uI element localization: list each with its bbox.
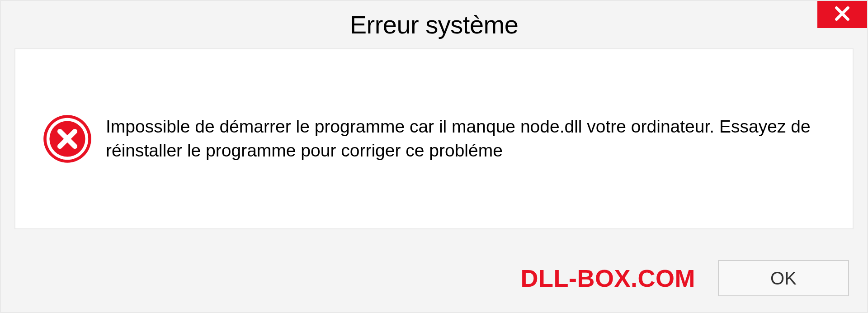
error-dialog: Erreur système Impossible de démarrer le…: [0, 0, 868, 313]
close-button[interactable]: [817, 1, 867, 28]
error-message: Impossible de démarrer le programme car …: [106, 115, 826, 162]
error-icon: [42, 114, 92, 164]
content-area: Impossible de démarrer le programme car …: [14, 48, 854, 229]
close-icon: [834, 5, 851, 24]
watermark-text: DLL-BOX.COM: [521, 264, 695, 292]
ok-button[interactable]: OK: [718, 260, 849, 296]
dialog-footer: DLL-BOX.COM OK: [1, 244, 867, 312]
titlebar: Erreur système: [1, 1, 867, 48]
dialog-title: Erreur système: [350, 10, 519, 39]
